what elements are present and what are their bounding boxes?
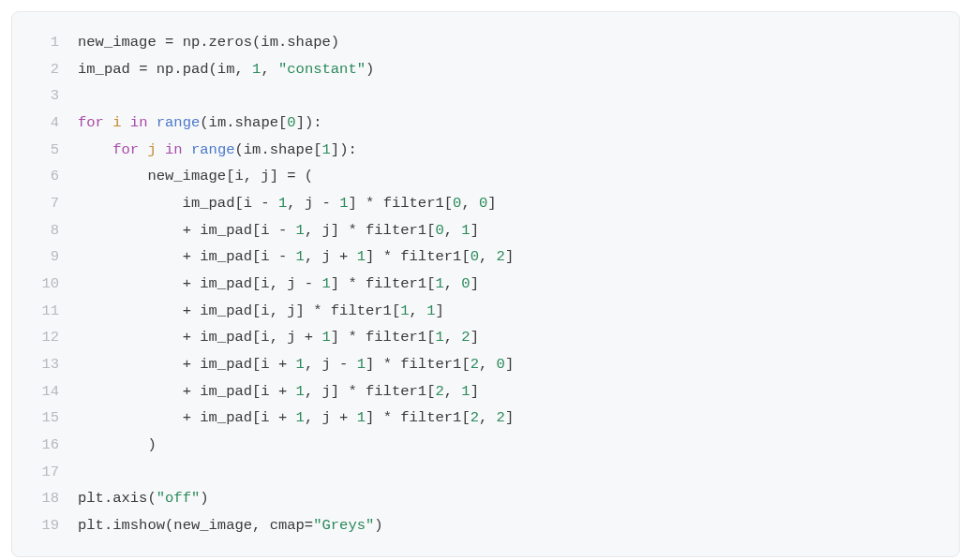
code-line: 8 + im_pad[i - 1, j] * filter1[0, 1]: [22, 217, 949, 244]
line-number: 11: [22, 298, 78, 325]
line-content: ): [78, 432, 949, 459]
line-content: for i in range(im.shape[0]):: [78, 110, 949, 137]
line-content: + im_pad[i, j] * filter1[1, 1]: [78, 298, 949, 325]
code-line: 14 + im_pad[i + 1, j] * filter1[2, 1]: [22, 378, 949, 405]
code-line: 6 new_image[i, j] = (: [22, 163, 949, 190]
code-line: 11 + im_pad[i, j] * filter1[1, 1]: [22, 298, 949, 325]
line-content: + im_pad[i - 1, j] * filter1[0, 1]: [78, 217, 949, 244]
line-content: new_image = np.zeros(im.shape): [78, 29, 949, 56]
code-line: 13 + im_pad[i + 1, j - 1] * filter1[2, 0…: [22, 351, 949, 378]
code-line: 2im_pad = np.pad(im, 1, "constant"): [22, 56, 949, 83]
line-number: 5: [22, 137, 78, 164]
line-number: 6: [22, 163, 78, 190]
line-content: + im_pad[i, j + 1] * filter1[1, 2]: [78, 324, 949, 351]
line-number: 9: [22, 243, 78, 271]
code-line: 10 + im_pad[i, j - 1] * filter1[1, 0]: [22, 271, 949, 298]
line-content: + im_pad[i + 1, j + 1] * filter1[2, 2]: [78, 405, 949, 432]
line-content: + im_pad[i - 1, j + 1] * filter1[0, 2]: [78, 243, 949, 271]
line-number: 1: [22, 29, 78, 56]
code-line: 4for i in range(im.shape[0]):: [22, 110, 949, 137]
line-number: 3: [22, 82, 78, 110]
code-line: 15 + im_pad[i + 1, j + 1] * filter1[2, 2…: [22, 405, 949, 432]
line-content: [78, 459, 949, 486]
line-number: 10: [22, 271, 78, 298]
code-line: 5 for j in range(im.shape[1]):: [22, 137, 949, 164]
line-number: 16: [22, 432, 78, 459]
line-content: for j in range(im.shape[1]):: [78, 137, 949, 164]
line-number: 14: [22, 378, 78, 405]
code-line: 17: [22, 459, 949, 486]
code-line: 18plt.axis("off"): [22, 485, 949, 512]
line-content: [78, 82, 949, 110]
line-number: 12: [22, 324, 78, 351]
line-content: im_pad[i - 1, j - 1] * filter1[0, 0]: [78, 190, 949, 217]
code-line: 12 + im_pad[i, j + 1] * filter1[1, 2]: [22, 324, 949, 351]
line-content: plt.imshow(new_image, cmap="Greys"): [78, 512, 949, 539]
line-content: + im_pad[i + 1, j - 1] * filter1[2, 0]: [78, 351, 949, 378]
code-line: 1new_image = np.zeros(im.shape): [22, 29, 949, 56]
code-line: 19plt.imshow(new_image, cmap="Greys"): [22, 512, 949, 539]
line-content: plt.axis("off"): [78, 485, 949, 512]
code-line: 16 ): [22, 432, 949, 459]
line-number: 7: [22, 190, 78, 217]
code-line: 9 + im_pad[i - 1, j + 1] * filter1[0, 2]: [22, 243, 949, 271]
line-content: new_image[i, j] = (: [78, 163, 949, 190]
line-number: 15: [22, 405, 78, 432]
code-line: 3: [22, 82, 949, 110]
line-content: im_pad = np.pad(im, 1, "constant"): [78, 56, 949, 83]
line-number: 19: [22, 512, 78, 539]
code-block: 1new_image = np.zeros(im.shape)2im_pad =…: [11, 11, 960, 557]
line-number: 13: [22, 351, 78, 378]
code-line: 7 im_pad[i - 1, j - 1] * filter1[0, 0]: [22, 190, 949, 217]
line-number: 4: [22, 110, 78, 137]
line-number: 8: [22, 217, 78, 244]
line-content: + im_pad[i + 1, j] * filter1[2, 1]: [78, 378, 949, 405]
line-number: 2: [22, 56, 78, 83]
line-number: 17: [22, 459, 78, 486]
line-number: 18: [22, 485, 78, 512]
line-content: + im_pad[i, j - 1] * filter1[1, 0]: [78, 271, 949, 298]
